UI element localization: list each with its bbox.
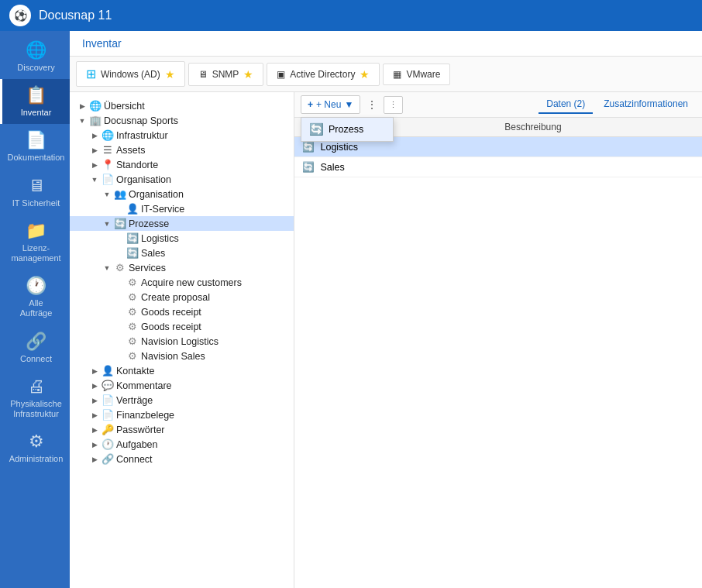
sidebar-item-administration[interactable]: ⚙ Administration — [0, 425, 70, 470]
tree-item-acquire[interactable]: ⚙ Acquire new customers — [70, 275, 294, 290]
sidebar-item-it-sicherheit[interactable]: 🖥 IT Sicherheit — [0, 170, 70, 215]
tree-icon-navision-logistics: ⚙ — [126, 335, 139, 347]
tree-expand-infrastruktur[interactable]: ▶ — [88, 132, 101, 139]
tree-panel: ▶ 🌐 Übersicht ▼ 🏢 Docusnap Sports ▶ 🌐 In… — [70, 92, 294, 588]
tree-expand-connect-tree[interactable]: ▶ — [88, 456, 101, 463]
tree-item-sales[interactable]: 🔄 Sales — [70, 246, 294, 260]
tree-item-organisation[interactable]: ▼ 📄 Organisation — [70, 172, 294, 187]
sidebar: 🌐 Discovery 📋 Inventar 📄 Dokumentation 🖥… — [0, 31, 70, 588]
tree-label-kontakte: Kontakte — [116, 366, 154, 377]
tree-expand-uebersicht[interactable]: ▶ — [76, 102, 88, 110]
options-button[interactable]: ⋮ — [384, 96, 403, 114]
tree-expand-aufgaben[interactable]: ▶ — [88, 441, 101, 449]
tree-item-infrastruktur[interactable]: ▶ 🌐 Infrastruktur — [70, 128, 294, 143]
sidebar-item-discovery[interactable]: 🌐 Discovery — [0, 34, 70, 79]
toolbar-tab-windows-ad[interactable]: ⊞ Windows (AD) ★ — [76, 61, 185, 87]
tab-zusatzinfo[interactable]: Zusatzinformationen — [596, 95, 696, 114]
row-icon: 🔄 — [302, 162, 315, 173]
tree-icon-organisation: 📄 — [101, 174, 115, 185]
tree-item-uebersicht[interactable]: ▶ 🌐 Übersicht — [70, 98, 294, 113]
inventar-icon: 📋 — [26, 85, 46, 105]
tree-label-standorte: Standorte — [116, 160, 158, 170]
snmp-label: SNMP — [212, 69, 239, 80]
tree-expand-services[interactable]: ▼ — [101, 264, 113, 272]
tree-icon-goods-receipt1: ⚙ — [126, 306, 139, 318]
tree-item-kommentare[interactable]: ▶ 💬 Kommentare — [70, 378, 294, 393]
tree-item-docusnap-sports[interactable]: ▼ 🏢 Docusnap Sports — [70, 113, 294, 128]
sidebar-item-physikalisch[interactable]: 🖨 PhysikalischeInfrastruktur — [0, 370, 70, 425]
tree-label-uebersicht: Übersicht — [104, 101, 145, 112]
toolbar-tab-active-directory[interactable]: ▣ Active Directory ★ — [267, 63, 380, 86]
cell-name: 🔄 Sales — [294, 157, 497, 177]
new-button[interactable]: + + Neu ▼ — [301, 95, 360, 114]
title-bar: ⚽ Docusnap 11 — [0, 0, 702, 31]
tree-icon-it-service: 👤 — [126, 203, 139, 215]
tab-daten[interactable]: Daten (2) — [539, 95, 593, 114]
tree-item-it-service[interactable]: 👤 IT-Service — [70, 201, 294, 216]
tree-icon-prozesse: 🔄 — [113, 218, 127, 229]
sidebar-label-it-sicherheit: IT Sicherheit — [12, 198, 60, 208]
tree-expand-vertraege[interactable]: ▶ — [88, 397, 101, 404]
sidebar-label-connect: Connect — [20, 354, 52, 364]
tree-expand-prozesse[interactable]: ▼ — [101, 220, 113, 228]
active-directory-icon: ▣ — [277, 69, 285, 80]
star-icon: ★ — [243, 68, 253, 81]
tree-item-goods-receipt1[interactable]: ⚙ Goods receipt — [70, 304, 294, 319]
sidebar-item-dokumentation[interactable]: 📄 Dokumentation — [0, 124, 70, 169]
table-row[interactable]: 🔄 Sales — [294, 157, 702, 177]
tree-item-services[interactable]: ▼ ⚙ Services — [70, 260, 294, 275]
tree-item-assets[interactable]: ▶ ☰ Assets — [70, 143, 294, 157]
tree-expand-organisation[interactable]: ▼ — [88, 176, 101, 184]
tree-label-aufgaben: Aufgaben — [116, 439, 158, 450]
tree-item-standorte[interactable]: ▶ 📍 Standorte — [70, 157, 294, 172]
sidebar-label-lizenz: Lizenz-management — [11, 243, 60, 263]
row-icon: 🔄 — [302, 142, 315, 153]
tree-icon-finanzbelege: 📄 — [101, 409, 115, 421]
tree-icon-kontakte: 👤 — [101, 365, 115, 377]
popup-item-prozess[interactable]: 🔄 Prozess — [301, 118, 393, 141]
tree-label-navision-sales: Navision Sales — [141, 351, 205, 362]
tree-item-navision-sales[interactable]: ⚙ Navision Sales — [70, 349, 294, 363]
tree-expand-assets[interactable]: ▶ — [88, 146, 101, 154]
sidebar-item-lizenz[interactable]: 📁 Lizenz-management — [0, 215, 70, 270]
tree-label-vertraege: Verträge — [116, 395, 153, 406]
more-button[interactable]: ⋮ — [363, 97, 380, 112]
tree-expand-passwoerter[interactable]: ▶ — [88, 426, 101, 434]
tree-expand-kontakte[interactable]: ▶ — [88, 367, 101, 375]
tree-item-finanzbelege[interactable]: ▶ 📄 Finanzbelege — [70, 407, 294, 422]
tree-icon-goods-receipt2: ⚙ — [126, 321, 139, 332]
tree-icon-connect-tree: 🔗 — [101, 453, 115, 465]
sidebar-item-auftraege[interactable]: 🕐 AlleAufträge — [0, 270, 70, 325]
tree-expand-docusnap-sports[interactable]: ▼ — [76, 117, 88, 125]
tree-icon-sales: 🔄 — [126, 247, 139, 259]
tree-item-logistics[interactable]: 🔄 Logistics — [70, 231, 294, 246]
tree-expand-standorte[interactable]: ▶ — [88, 161, 101, 169]
tree-item-vertraege[interactable]: ▶ 📄 Verträge — [70, 393, 294, 407]
vmware-label: VMware — [406, 69, 440, 80]
dokumentation-icon: 📄 — [26, 130, 46, 150]
tree-item-kontakte[interactable]: ▶ 👤 Kontakte — [70, 363, 294, 378]
tree-expand-kommentare[interactable]: ▶ — [88, 382, 101, 390]
sidebar-item-inventar[interactable]: 📋 Inventar — [0, 79, 70, 124]
toolbar-tab-snmp[interactable]: 🖥 SNMP ★ — [188, 63, 264, 86]
auftraege-icon: 🕐 — [26, 276, 46, 296]
tree-item-create-proposal[interactable]: ⚙ Create proposal — [70, 290, 294, 304]
toolbar-tab-vmware[interactable]: ▦ VMware — [383, 64, 450, 85]
sidebar-label-auftraege: AlleAufträge — [20, 298, 53, 318]
tree-expand-organisation2[interactable]: ▼ — [101, 191, 113, 198]
col-beschreibung: Beschreibung — [497, 118, 702, 137]
tree-item-goods-receipt2[interactable]: ⚙ Goods receipt — [70, 319, 294, 334]
tree-item-navision-logistics[interactable]: ⚙ Navision Logistics — [70, 334, 294, 349]
tree-expand-finanzbelege[interactable]: ▶ — [88, 411, 101, 419]
sidebar-item-connect[interactable]: 🔗 Connect — [0, 325, 70, 370]
prozess-icon: 🔄 — [309, 122, 324, 136]
tree-item-passwoerter[interactable]: ▶ 🔑 Passwörter — [70, 422, 294, 437]
tree-item-organisation2[interactable]: ▼ 👥 Organisation — [70, 187, 294, 201]
tree-item-connect-tree[interactable]: ▶ 🔗 Connect — [70, 452, 294, 466]
tree-icon-docusnap-sports: 🏢 — [88, 115, 102, 126]
sidebar-label-discovery: Discovery — [17, 63, 54, 73]
new-label: + Neu — [316, 99, 341, 110]
tree-item-prozesse[interactable]: ▼ 🔄 Prozesse — [70, 216, 294, 231]
row-name-value: Sales — [320, 162, 344, 173]
tree-item-aufgaben[interactable]: ▶ 🕐 Aufgaben — [70, 437, 294, 452]
